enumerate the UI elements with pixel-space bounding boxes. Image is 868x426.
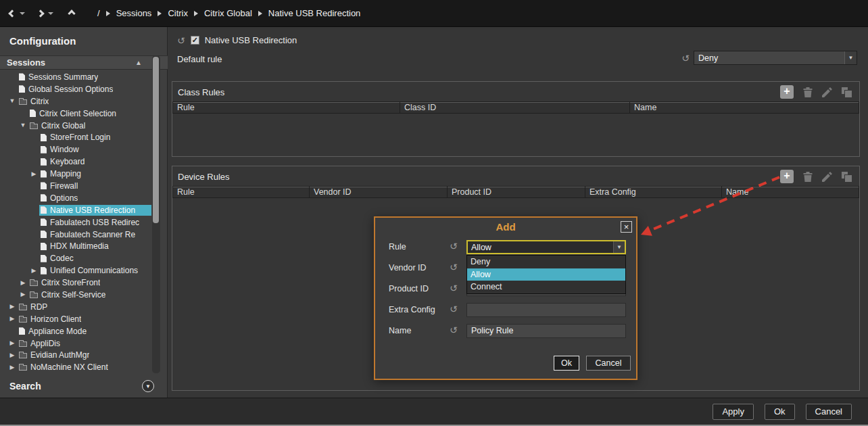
sidebar-item-options[interactable]: Options (0, 192, 151, 204)
expand-icon[interactable]: ▶ (28, 168, 39, 180)
document-icon (41, 194, 47, 202)
edit-rule-button[interactable] (821, 87, 833, 98)
delete-rule-button[interactable] (802, 87, 813, 98)
extra-config-input[interactable] (466, 303, 626, 317)
copy-rule-button[interactable] (841, 87, 852, 98)
forward-history-dropdown-icon[interactable] (48, 12, 53, 15)
sidebar-item-citrix-client-selection[interactable]: Citrix Client Selection (0, 108, 151, 120)
expand-icon[interactable]: ▶ (18, 277, 28, 289)
enable-setting-row: ↺ ✓ Native USB Redirection (177, 35, 297, 45)
enable-checkbox-label: Native USB Redirection (205, 35, 297, 45)
breadcrumb-citrix[interactable]: Citrix (168, 8, 188, 18)
dropdown-option-deny[interactable]: Deny (467, 256, 625, 268)
sidebar-item-fabulatech-usb-redirection[interactable]: Fabulatech USB Redirec (0, 216, 151, 229)
breadcrumb-arrow-icon (106, 11, 110, 16)
back-icon[interactable] (8, 9, 16, 17)
name-row: Name ↺ Policy Rule (375, 324, 636, 338)
sidebar-item-rdp[interactable]: ▶ RDP (0, 301, 151, 313)
column-header-rule[interactable]: Rule (172, 101, 400, 114)
expand-icon[interactable]: ▶ (7, 313, 18, 325)
apply-button[interactable]: Apply (713, 404, 754, 420)
document-icon (41, 231, 47, 238)
dropdown-arrow-icon[interactable]: ▼ (613, 241, 625, 253)
revert-icon[interactable]: ↺ (177, 36, 185, 45)
expand-icon[interactable]: ▶ (28, 265, 39, 277)
sidebar-item-unified-communications[interactable]: ▶ Unified Communications (0, 264, 151, 277)
native-usb-redirection-checkbox[interactable]: ✓ (191, 36, 199, 45)
sidebar-item-fabulatech-scanner-redirection[interactable]: Fabulatech Scanner Re (0, 229, 151, 241)
section-collapse-icon[interactable]: ▲ (135, 59, 142, 66)
ok-button[interactable]: Ok (765, 404, 795, 420)
default-rule-dropdown[interactable]: Deny ▼ (694, 51, 857, 65)
collapse-icon[interactable]: ▼ (18, 120, 28, 131)
sidebar-item-codec[interactable]: Codec (0, 252, 151, 264)
revert-icon[interactable]: ↺ (450, 241, 458, 251)
expand-icon[interactable]: ▶ (7, 362, 18, 373)
search-section-header[interactable]: Search ▼ (0, 377, 168, 395)
sidebar-item-citrix-storefront[interactable]: ▶ Citrix StoreFront (0, 277, 151, 289)
sidebar-item-firewall[interactable]: Firewall (0, 180, 151, 192)
forward-icon[interactable] (37, 9, 44, 17)
breadcrumb-toolbar: / Sessions Citrix Citrix Global Native U… (0, 0, 868, 27)
expand-icon[interactable]: ▶ (7, 301, 18, 312)
sidebar-item-evidian-authmgr[interactable]: ▶ Evidian AuthMgr (0, 349, 151, 361)
sidebar-item-citrix-self-service[interactable]: ▶ Citrix Self-Service (0, 289, 151, 301)
sidebar-item-storefront-login[interactable]: StoreFront Login (0, 131, 151, 143)
sidebar-item-sessions-summary[interactable]: Sessions Summary (0, 71, 151, 83)
revert-icon[interactable]: ↺ (681, 53, 690, 63)
dropdown-option-connect[interactable]: Connect (467, 281, 625, 293)
sidebar-item-nomachine-nx-client[interactable]: ▶ NoMachine NX Client (0, 361, 151, 373)
edit-rule-button[interactable] (821, 171, 833, 183)
revert-icon[interactable]: ↺ (450, 304, 458, 314)
breadcrumb-citrix-global[interactable]: Citrix Global (204, 8, 252, 18)
breadcrumb-sessions[interactable]: Sessions (116, 8, 152, 18)
delete-rule-button[interactable] (802, 171, 813, 183)
class-rules-toolbar: + (780, 85, 852, 99)
scrollbar-thumb[interactable] (153, 57, 159, 223)
sidebar-item-applidis[interactable]: ▶ AppliDis (0, 337, 151, 350)
sidebar-item-mapping[interactable]: ▶ Mapping (0, 168, 151, 180)
revert-icon[interactable]: ↺ (450, 262, 458, 272)
device-rules-title: Device Rules (178, 172, 230, 182)
expand-icon[interactable]: ▶ (7, 350, 18, 361)
ok-button[interactable]: Ok (554, 356, 579, 371)
sessions-section-header[interactable]: Sessions ▲ (0, 55, 168, 70)
copy-rule-button[interactable] (841, 171, 852, 183)
rule-dropdown[interactable]: Allow ▼ (466, 240, 626, 254)
sidebar-item-hdx-multimedia[interactable]: HDX Multimedia (0, 240, 151, 252)
revert-icon[interactable]: ↺ (450, 325, 458, 335)
cancel-button[interactable]: Cancel (806, 404, 852, 420)
column-header-rule[interactable]: Rule (172, 186, 310, 198)
sidebar-item-native-usb-redirection[interactable]: Native USB Redirection (0, 204, 151, 216)
sidebar-item-keyboard[interactable]: Keyboard (0, 156, 151, 168)
add-rule-button[interactable]: + (780, 85, 794, 99)
dropdown-option-allow[interactable]: Allow (467, 268, 625, 281)
sidebar-scrollbar[interactable] (152, 55, 160, 373)
column-header-name[interactable]: Name (630, 101, 859, 114)
collapse-icon[interactable]: ▼ (7, 95, 18, 107)
column-header-class-id[interactable]: Class ID (400, 101, 630, 114)
breadcrumb-root[interactable]: / (97, 8, 100, 18)
sidebar-item-appliance-mode[interactable]: Appliance Mode (0, 325, 151, 337)
document-icon (41, 243, 47, 250)
column-header-vendor-id[interactable]: Vendor ID (310, 186, 448, 198)
vendor-id-label: Vendor ID (389, 263, 427, 273)
breadcrumb-native-usb-redirection[interactable]: Native USB Redirection (268, 8, 361, 18)
sidebar-item-horizon-client[interactable]: ▶ Horizon Client (0, 313, 151, 325)
expand-icon[interactable]: ▶ (18, 289, 28, 300)
sidebar-item-citrix[interactable]: ▼ Citrix (0, 95, 151, 108)
revert-icon[interactable]: ↺ (450, 283, 458, 293)
expand-icon[interactable]: ▶ (7, 337, 18, 349)
sidebar-item-window[interactable]: Window (0, 143, 151, 156)
sidebar-item-citrix-global[interactable]: ▼ Citrix Global (0, 120, 151, 132)
up-level-icon[interactable] (68, 9, 75, 17)
dropdown-arrow-icon[interactable]: ▼ (844, 51, 857, 64)
back-history-dropdown-icon[interactable] (20, 12, 25, 15)
check-icon: ✓ (192, 37, 198, 44)
column-header-product-id[interactable]: Product ID (448, 186, 585, 198)
name-input[interactable]: Policy Rule (466, 324, 626, 338)
sidebar-item-global-session-options[interactable]: Global Session Options (0, 83, 151, 95)
cancel-button[interactable]: Cancel (586, 356, 631, 371)
dialog-buttons: Ok Cancel (375, 356, 636, 372)
search-expand-button[interactable]: ▼ (142, 380, 154, 392)
